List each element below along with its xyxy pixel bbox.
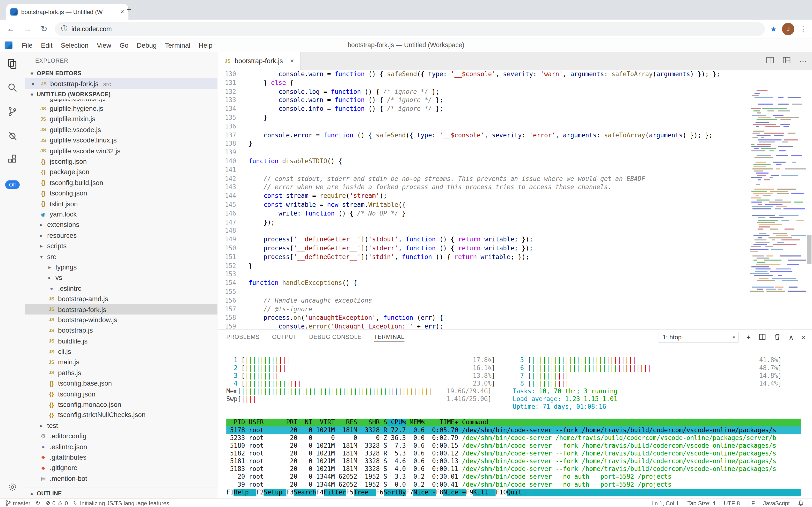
url-text[interactable]: ide.coder.com (72, 25, 112, 33)
code-line[interactable]: 142 // const stdout, stderr and stdin be… (217, 174, 812, 183)
code-line[interactable]: 130 console.warn = function () { safeSen… (217, 70, 812, 78)
menu-debug[interactable]: Debug (133, 41, 161, 49)
code-line[interactable]: 152} (217, 262, 812, 270)
tree-item-.mention-bot[interactable]: ▤.mention-bot (25, 473, 217, 484)
bookmark-star-icon[interactable]: ★ (770, 25, 777, 33)
split-terminal-icon[interactable] (758, 333, 766, 341)
fkey-f5[interactable]: F5 (346, 489, 354, 496)
tree-item-tsconfig.build.json[interactable]: {}tsconfig.build.json (25, 177, 217, 188)
code-line[interactable]: 154function handleExceptions() { (217, 279, 812, 288)
avatar[interactable]: J (782, 22, 794, 35)
code-line[interactable]: 135 } (217, 113, 812, 122)
tree-item-gulpfile.hygiene.js[interactable]: JSgulpfile.hygiene.js (25, 103, 217, 114)
language-indicator[interactable]: JavaScript (763, 500, 790, 506)
address-bar[interactable]: ⓘ ide.coder.com (55, 22, 765, 36)
bell-icon[interactable] (798, 500, 804, 506)
tree-item-gulpfile.vscode.linux.js[interactable]: JSgulpfile.vscode.linux.js (25, 135, 217, 146)
kill-terminal-icon[interactable] (773, 333, 781, 341)
code-line[interactable]: 139 (217, 148, 812, 157)
git-branch-indicator[interactable]: master (5, 500, 30, 506)
workspace-header[interactable]: ▾ UNTITLED (WORKSPACE) (25, 89, 217, 99)
forward-icon[interactable]: → (22, 24, 33, 34)
encoding-indicator[interactable]: UTF-8 (724, 500, 740, 506)
process-row-5182[interactable]: 5182 root 20 0 1021M 181M 3328 R 5.3 0.6… (226, 450, 801, 457)
sync-button[interactable]: ↻ (36, 500, 40, 506)
editor-layout-icon[interactable] (783, 56, 791, 66)
code-line[interactable]: 140function disableSTDIO() { (217, 157, 812, 166)
menu-go[interactable]: Go (115, 41, 132, 49)
cursor-position[interactable]: Ln 1, Col 1 (651, 500, 679, 506)
tree-folder-vs[interactable]: ▸vs (25, 272, 217, 283)
open-editor-item[interactable]: × JS bootstrap-fork.js src (25, 78, 217, 89)
open-editors-header[interactable]: ▾ OPEN EDITORS (25, 68, 217, 78)
tree-item-main.js[interactable]: JSmain.js (25, 357, 217, 368)
fkey-f2[interactable]: F2 (256, 489, 264, 496)
tab-size-indicator[interactable]: Tab Size: 4 (687, 500, 715, 506)
code-line[interactable]: 145 const writable = new stream.Writable… (217, 201, 812, 209)
status-message[interactable]: ↻ Initializing JS/TS language features (73, 500, 169, 506)
close-panel-icon[interactable]: × (802, 334, 806, 341)
menu-edit[interactable]: Edit (37, 41, 57, 49)
menu-file[interactable]: File (18, 41, 37, 49)
split-editor-icon[interactable] (766, 56, 774, 66)
fkey-f7[interactable]: F7 (406, 489, 414, 496)
code-line[interactable]: 157 // @ts-ignore (217, 305, 812, 314)
tree-item-bootstrap-amd.js[interactable]: JSbootstrap-amd.js (25, 293, 217, 304)
fkey-f8[interactable]: F8 (436, 489, 443, 496)
settings-gear-icon[interactable] (0, 482, 25, 492)
debug-icon[interactable] (0, 123, 25, 147)
tree-folder-scripts[interactable]: ▸scripts (25, 241, 217, 251)
code-line[interactable]: 156 // Handle uncaught exceptions (217, 296, 812, 305)
code-line[interactable]: 158 process.on('uncaughtException', func… (217, 314, 812, 323)
editor-tab-bootstrap-fork[interactable]: JS bootstrap-fork.js × (217, 52, 301, 70)
tree-item-bootstrap-fork.js[interactable]: JSbootstrap-fork.js (25, 304, 217, 315)
fkey-f9[interactable]: F9 (466, 489, 473, 496)
more-actions-icon[interactable]: ⋯ (799, 56, 807, 65)
new-terminal-icon[interactable]: + (747, 334, 751, 341)
editor-scrollbar[interactable] (807, 235, 812, 264)
menu-terminal[interactable]: Terminal (161, 41, 195, 49)
menu-view[interactable]: View (92, 41, 115, 49)
panel-tab-terminal[interactable]: TERMINAL (374, 334, 404, 341)
code-line[interactable]: 133 console.warn = function () { /* igno… (217, 96, 812, 105)
tree-item-tsconfig.json[interactable]: {}tsconfig.json (25, 389, 217, 399)
explorer-icon[interactable] (0, 52, 25, 76)
process-row-5183[interactable]: 5183 root 20 0 1021M 181M 3328 S 4.0 0.6… (226, 465, 801, 473)
process-row-5181[interactable]: 5181 root 20 0 1021M 181M 3328 S 4.6 0.6… (226, 458, 801, 465)
tree-item-tslint.json[interactable]: {}tslint.json (25, 199, 217, 209)
code-line[interactable]: 143 // error when we are inside a forked… (217, 183, 812, 192)
tree-item-.gitattributes[interactable]: ◆.gitattributes (25, 452, 217, 463)
tree-item-yarn.lock[interactable]: ◉yarn.lock (25, 209, 217, 220)
process-row-5180[interactable]: 5180 root 20 0 1021M 181M 3328 S 7.3 0.6… (226, 442, 801, 450)
code-line[interactable]: 144 const stream = require('stream'); (217, 192, 812, 201)
search-icon[interactable] (0, 76, 25, 100)
tree-item-tsconfig.monaco.json[interactable]: {}tsconfig.monaco.json (25, 399, 217, 410)
minimap[interactable] (748, 88, 806, 293)
offline-toggle[interactable]: Off (5, 180, 19, 189)
htop-fkeys[interactable]: F1Help F2Setup F3SearchF4FilterF5Tree F6… (226, 489, 801, 496)
new-tab-button[interactable]: + (126, 5, 131, 15)
problems-indicator[interactable]: ⊘ 0 ⚠ 0 (46, 500, 68, 506)
tree-folder-resources[interactable]: ▸resources (25, 230, 217, 241)
source-control-icon[interactable] (0, 99, 25, 123)
tab-close-icon[interactable]: × (120, 8, 124, 15)
tree-item-.gitignore[interactable]: ◆.gitignore (25, 462, 217, 473)
code-editor[interactable]: 130 console.warn = function () { safeSen… (217, 70, 812, 329)
tree-item-cli.js[interactable]: JScli.js (25, 346, 217, 357)
code-line[interactable]: 132 console.log = function () { /* ignor… (217, 87, 812, 96)
tree-item-buildfile.js[interactable]: JSbuildfile.js (25, 336, 217, 346)
fkey-f1[interactable]: F1 (226, 489, 234, 496)
menu-selection[interactable]: Selection (57, 41, 92, 49)
tree-item-package.json[interactable]: {}package.json (25, 167, 217, 177)
code-line[interactable]: 159 console.error('Uncaught Exception: '… (217, 323, 812, 329)
browser-tab[interactable]: bootstrap-fork.js — Untitled (W × (6, 4, 129, 19)
code-line[interactable]: 150 process['__defineGetter__']('stderr'… (217, 244, 812, 253)
back-icon[interactable]: ← (5, 24, 16, 34)
code-line[interactable]: 141 (217, 166, 812, 174)
tree-item-gulpfile.vscode.js[interactable]: JSgulpfile.vscode.js (25, 124, 217, 135)
reload-icon[interactable]: ↻ (39, 24, 50, 34)
extensions-icon[interactable] (0, 147, 25, 171)
menu-help[interactable]: Help (195, 41, 217, 49)
fkey-f3[interactable]: F3 (286, 489, 294, 496)
tree-item-tsconfig.strictNullChecks.json[interactable]: {}tsconfig.strictNullChecks.json (25, 410, 217, 420)
